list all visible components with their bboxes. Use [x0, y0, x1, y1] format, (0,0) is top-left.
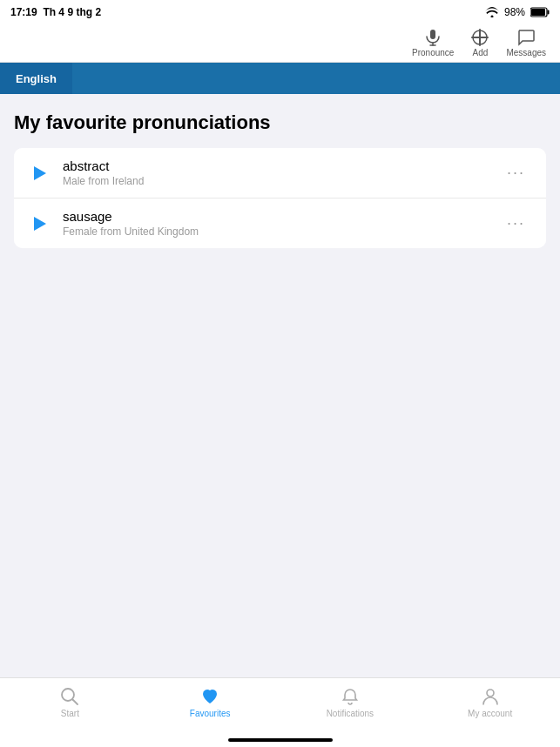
pronunciation-list: abstract Male from Ireland ··· sausage F… — [14, 148, 546, 248]
page-title: My favourite pronunciations — [14, 111, 546, 134]
start-label: Start — [61, 709, 79, 718]
add-icon — [471, 29, 489, 46]
svg-rect-2 — [548, 10, 550, 15]
messages-label: Messages — [506, 48, 546, 57]
word-text: sausage — [63, 209, 500, 224]
battery-percent: 98% — [504, 6, 525, 18]
nav-account[interactable]: My account — [464, 687, 516, 718]
main-content: My favourite pronunciations abstract Mal… — [0, 94, 560, 248]
nav-start[interactable]: Start — [44, 687, 96, 718]
more-options-button[interactable]: ··· — [500, 160, 532, 185]
status-icons: 98% — [485, 6, 550, 18]
svg-line-8 — [73, 700, 78, 705]
bell-icon — [341, 687, 360, 706]
lang-tab-bar: English — [0, 63, 560, 94]
messages-button[interactable]: Messages — [506, 29, 546, 57]
messages-icon — [517, 29, 535, 46]
word-meta: Female from United Kingdom — [63, 225, 500, 238]
home-indicator — [228, 738, 333, 742]
notifications-label: Notifications — [327, 709, 374, 718]
svg-rect-1 — [531, 9, 545, 16]
word-meta: Male from Ireland — [63, 175, 500, 187]
word-info: sausage Female from United Kingdom — [63, 209, 500, 238]
top-toolbar: Pronounce Add Messages — [0, 24, 560, 63]
svg-point-9 — [487, 690, 494, 697]
word-info: abstract Male from Ireland — [63, 158, 500, 187]
status-time-date: 17:19 Th 4 9 thg 2 — [10, 6, 101, 18]
play-button[interactable] — [28, 161, 52, 185]
play-triangle-icon — [34, 217, 46, 231]
microphone-icon — [425, 29, 441, 46]
pronunciation-item: abstract Male from Ireland ··· — [14, 148, 546, 199]
search-icon — [60, 687, 79, 706]
word-text: abstract — [63, 158, 500, 173]
pronunciation-item: sausage Female from United Kingdom ··· — [14, 199, 546, 248]
account-label: My account — [468, 709, 512, 718]
svg-rect-3 — [430, 30, 435, 39]
pronounce-label: Pronounce — [412, 48, 454, 57]
add-button[interactable]: Add — [471, 29, 489, 57]
play-triangle-icon — [34, 166, 46, 180]
heart-icon — [200, 687, 219, 706]
pronounce-button[interactable]: Pronounce — [412, 29, 454, 57]
more-options-button[interactable]: ··· — [500, 211, 532, 236]
nav-favourites[interactable]: Favourites — [184, 687, 236, 718]
status-bar: 17:19 Th 4 9 thg 2 98% — [0, 0, 560, 24]
person-icon — [481, 687, 500, 706]
english-tab[interactable]: English — [0, 63, 72, 94]
add-label: Add — [473, 48, 489, 57]
bottom-nav: Start Favourites Notifications My accoun… — [0, 677, 560, 747]
nav-notifications[interactable]: Notifications — [324, 687, 376, 718]
battery-icon — [530, 7, 550, 17]
favourites-label: Favourites — [190, 709, 231, 718]
wifi-icon — [485, 7, 499, 17]
play-button[interactable] — [28, 212, 52, 236]
